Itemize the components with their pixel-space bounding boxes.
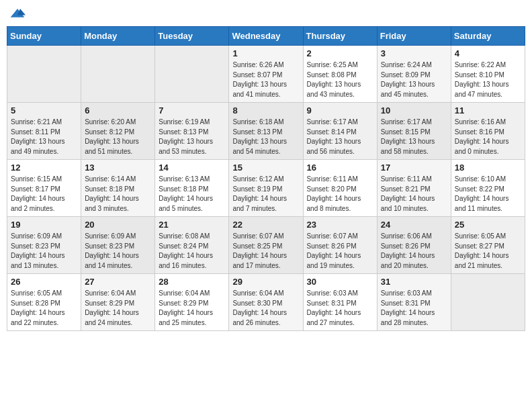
day-number: 31 <box>381 277 447 287</box>
day-number: 16 <box>307 163 373 173</box>
day-info: Sunrise: 6:11 AMSunset: 8:20 PMDaylight:… <box>307 175 373 214</box>
day-info: Sunrise: 6:17 AMSunset: 8:14 PMDaylight:… <box>307 118 373 156</box>
calendar-week-row: 1Sunrise: 6:26 AMSunset: 8:07 PMDaylight… <box>7 46 525 103</box>
day-number: 22 <box>232 220 299 230</box>
day-number: 2 <box>307 48 373 58</box>
calendar-week-row: 12Sunrise: 6:15 AMSunset: 8:17 PMDayligh… <box>7 160 525 217</box>
day-info: Sunrise: 6:04 AMSunset: 8:29 PMDaylight:… <box>85 289 151 328</box>
day-info: Sunrise: 6:22 AMSunset: 8:10 PMDaylight:… <box>455 60 521 99</box>
day-info: Sunrise: 6:04 AMSunset: 8:29 PMDaylight:… <box>159 289 225 328</box>
column-header-tuesday: Tuesday <box>155 27 229 46</box>
day-info: Sunrise: 6:12 AMSunset: 8:19 PMDaylight:… <box>232 175 299 214</box>
calendar-cell: 30Sunrise: 6:03 AMSunset: 8:31 PMDayligh… <box>303 274 377 331</box>
day-number: 28 <box>159 277 225 287</box>
day-number: 12 <box>11 163 77 173</box>
day-number: 1 <box>232 48 299 58</box>
day-number: 5 <box>11 105 77 116</box>
day-info: Sunrise: 6:16 AMSunset: 8:16 PMDaylight:… <box>455 118 521 156</box>
calendar-cell: 28Sunrise: 6:04 AMSunset: 8:29 PMDayligh… <box>155 274 229 331</box>
day-number: 23 <box>307 220 373 230</box>
day-info: Sunrise: 6:09 AMSunset: 8:23 PMDaylight:… <box>85 232 151 271</box>
day-info: Sunrise: 6:07 AMSunset: 8:25 PMDaylight:… <box>232 232 299 271</box>
calendar-cell: 21Sunrise: 6:08 AMSunset: 8:24 PMDayligh… <box>155 217 229 274</box>
day-number: 20 <box>85 220 151 230</box>
page-header <box>7 7 525 21</box>
day-info: Sunrise: 6:24 AMSunset: 8:09 PMDaylight:… <box>381 60 447 99</box>
calendar-week-row: 5Sunrise: 6:21 AMSunset: 8:11 PMDaylight… <box>7 103 525 160</box>
day-number: 11 <box>455 105 521 116</box>
day-info: Sunrise: 6:04 AMSunset: 8:30 PMDaylight:… <box>232 289 299 328</box>
day-number: 19 <box>11 220 77 230</box>
logo <box>9 7 28 21</box>
day-info: Sunrise: 6:03 AMSunset: 8:31 PMDaylight:… <box>381 289 447 328</box>
day-number: 6 <box>85 105 151 116</box>
day-info: Sunrise: 6:09 AMSunset: 8:23 PMDaylight:… <box>11 232 77 271</box>
column-header-friday: Friday <box>377 27 451 46</box>
calendar-cell: 29Sunrise: 6:04 AMSunset: 8:30 PMDayligh… <box>229 274 303 331</box>
calendar-cell: 7Sunrise: 6:19 AMSunset: 8:13 PMDaylight… <box>155 103 229 160</box>
day-info: Sunrise: 6:14 AMSunset: 8:18 PMDaylight:… <box>85 175 151 214</box>
day-info: Sunrise: 6:17 AMSunset: 8:15 PMDaylight:… <box>381 118 447 156</box>
day-number: 13 <box>85 163 151 173</box>
calendar-header-row: SundayMondayTuesdayWednesdayThursdayFrid… <box>7 27 525 46</box>
day-info: Sunrise: 6:21 AMSunset: 8:11 PMDaylight:… <box>11 118 77 156</box>
calendar-cell: 11Sunrise: 6:16 AMSunset: 8:16 PMDayligh… <box>451 103 525 160</box>
day-number: 26 <box>11 277 77 287</box>
calendar-week-row: 19Sunrise: 6:09 AMSunset: 8:23 PMDayligh… <box>7 217 525 274</box>
calendar-cell: 19Sunrise: 6:09 AMSunset: 8:23 PMDayligh… <box>7 217 81 274</box>
calendar-cell: 16Sunrise: 6:11 AMSunset: 8:20 PMDayligh… <box>303 160 377 217</box>
day-number: 27 <box>85 277 151 287</box>
day-number: 18 <box>455 163 521 173</box>
day-number: 21 <box>159 220 225 230</box>
column-header-wednesday: Wednesday <box>229 27 303 46</box>
column-header-saturday: Saturday <box>451 27 525 46</box>
calendar-cell: 26Sunrise: 6:05 AMSunset: 8:28 PMDayligh… <box>7 274 81 331</box>
calendar-cell: 8Sunrise: 6:18 AMSunset: 8:13 PMDaylight… <box>229 103 303 160</box>
day-info: Sunrise: 6:03 AMSunset: 8:31 PMDaylight:… <box>307 289 373 328</box>
day-number: 8 <box>232 105 299 116</box>
calendar-cell <box>155 46 229 103</box>
day-info: Sunrise: 6:07 AMSunset: 8:26 PMDaylight:… <box>307 232 373 271</box>
day-number: 3 <box>381 48 447 58</box>
day-number: 10 <box>381 105 447 116</box>
calendar-cell: 14Sunrise: 6:13 AMSunset: 8:18 PMDayligh… <box>155 160 229 217</box>
day-number: 4 <box>455 48 521 58</box>
day-info: Sunrise: 6:13 AMSunset: 8:18 PMDaylight:… <box>159 175 225 214</box>
calendar-cell: 22Sunrise: 6:07 AMSunset: 8:25 PMDayligh… <box>229 217 303 274</box>
calendar-cell: 9Sunrise: 6:17 AMSunset: 8:14 PMDaylight… <box>303 103 377 160</box>
day-number: 14 <box>159 163 225 173</box>
calendar-cell: 18Sunrise: 6:10 AMSunset: 8:22 PMDayligh… <box>451 160 525 217</box>
day-number: 7 <box>159 105 225 116</box>
calendar-cell: 24Sunrise: 6:06 AMSunset: 8:26 PMDayligh… <box>377 217 451 274</box>
day-info: Sunrise: 6:26 AMSunset: 8:07 PMDaylight:… <box>232 60 299 99</box>
day-number: 25 <box>455 220 521 230</box>
calendar-cell: 23Sunrise: 6:07 AMSunset: 8:26 PMDayligh… <box>303 217 377 274</box>
day-info: Sunrise: 6:10 AMSunset: 8:22 PMDaylight:… <box>455 175 521 214</box>
calendar-cell: 12Sunrise: 6:15 AMSunset: 8:17 PMDayligh… <box>7 160 81 217</box>
day-number: 9 <box>307 105 373 116</box>
calendar-cell: 17Sunrise: 6:11 AMSunset: 8:21 PMDayligh… <box>377 160 451 217</box>
calendar-cell: 25Sunrise: 6:05 AMSunset: 8:27 PMDayligh… <box>451 217 525 274</box>
calendar-cell: 20Sunrise: 6:09 AMSunset: 8:23 PMDayligh… <box>81 217 155 274</box>
day-info: Sunrise: 6:25 AMSunset: 8:08 PMDaylight:… <box>307 60 373 99</box>
column-header-monday: Monday <box>81 27 155 46</box>
calendar-cell: 27Sunrise: 6:04 AMSunset: 8:29 PMDayligh… <box>81 274 155 331</box>
calendar-cell: 1Sunrise: 6:26 AMSunset: 8:07 PMDaylight… <box>229 46 303 103</box>
calendar-week-row: 26Sunrise: 6:05 AMSunset: 8:28 PMDayligh… <box>7 274 525 331</box>
calendar-cell: 4Sunrise: 6:22 AMSunset: 8:10 PMDaylight… <box>451 46 525 103</box>
day-number: 29 <box>232 277 299 287</box>
column-header-sunday: Sunday <box>7 27 81 46</box>
day-info: Sunrise: 6:20 AMSunset: 8:12 PMDaylight:… <box>85 118 151 156</box>
calendar-cell: 6Sunrise: 6:20 AMSunset: 8:12 PMDaylight… <box>81 103 155 160</box>
calendar-cell: 10Sunrise: 6:17 AMSunset: 8:15 PMDayligh… <box>377 103 451 160</box>
day-info: Sunrise: 6:18 AMSunset: 8:13 PMDaylight:… <box>232 118 299 156</box>
calendar-cell: 3Sunrise: 6:24 AMSunset: 8:09 PMDaylight… <box>377 46 451 103</box>
day-number: 24 <box>381 220 447 230</box>
calendar-cell: 13Sunrise: 6:14 AMSunset: 8:18 PMDayligh… <box>81 160 155 217</box>
calendar-cell <box>81 46 155 103</box>
day-number: 17 <box>381 163 447 173</box>
day-number: 15 <box>232 163 299 173</box>
calendar-cell: 15Sunrise: 6:12 AMSunset: 8:19 PMDayligh… <box>229 160 303 217</box>
column-header-thursday: Thursday <box>303 27 377 46</box>
day-info: Sunrise: 6:15 AMSunset: 8:17 PMDaylight:… <box>11 175 77 214</box>
